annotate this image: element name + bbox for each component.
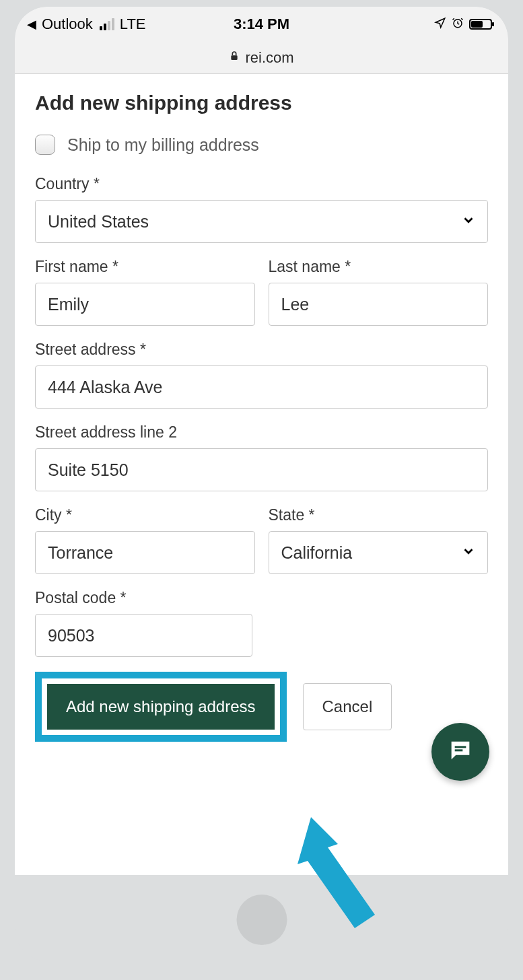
clock: 3:14 PM bbox=[234, 15, 289, 33]
status-bar-right bbox=[434, 17, 492, 32]
location-icon bbox=[434, 17, 446, 32]
url-domain: rei.com bbox=[245, 49, 293, 67]
state-label: State * bbox=[269, 506, 489, 524]
button-row: Add new shipping address Cancel bbox=[35, 672, 488, 742]
signal-icon bbox=[100, 18, 114, 30]
chat-icon bbox=[447, 737, 474, 767]
back-caret-icon[interactable]: ◀ bbox=[27, 17, 36, 32]
ship-to-billing-row[interactable]: Ship to my billing address bbox=[35, 135, 488, 155]
home-indicator[interactable] bbox=[236, 895, 287, 945]
svg-rect-1 bbox=[232, 55, 238, 60]
browser-url-bar[interactable]: rei.com bbox=[15, 42, 508, 74]
last-name-label: Last name * bbox=[269, 258, 489, 276]
street-address-field: Street address * bbox=[35, 341, 488, 409]
country-field: Country * bbox=[35, 175, 488, 243]
lock-icon bbox=[229, 50, 240, 65]
battery-icon bbox=[469, 19, 492, 30]
cancel-button[interactable]: Cancel bbox=[303, 683, 392, 730]
street-address-input[interactable] bbox=[35, 365, 488, 409]
city-input[interactable] bbox=[35, 531, 255, 574]
highlight-annotation: Add new shipping address bbox=[35, 672, 287, 742]
city-field: City * bbox=[35, 506, 255, 574]
add-shipping-address-button[interactable]: Add new shipping address bbox=[47, 684, 275, 730]
first-name-input[interactable] bbox=[35, 283, 255, 326]
street-address-2-field: Street address line 2 bbox=[35, 423, 488, 491]
first-name-label: First name * bbox=[35, 258, 255, 276]
ship-to-billing-checkbox[interactable] bbox=[35, 135, 55, 155]
postal-code-label: Postal code * bbox=[35, 589, 252, 607]
country-select[interactable] bbox=[35, 200, 488, 243]
device-frame: ◀ Outlook LTE 3:14 PM rei.com Add new sh… bbox=[15, 7, 508, 961]
ship-to-billing-label: Ship to my billing address bbox=[67, 135, 259, 155]
country-label: Country * bbox=[35, 175, 488, 193]
last-name-field: Last name * bbox=[269, 258, 489, 326]
alarm-icon bbox=[452, 17, 464, 32]
status-bar: ◀ Outlook LTE 3:14 PM bbox=[15, 7, 508, 42]
street-address-2-input[interactable] bbox=[35, 448, 488, 491]
postal-code-field: Postal code * bbox=[35, 589, 252, 657]
first-name-field: First name * bbox=[35, 258, 255, 326]
status-bar-left: ◀ Outlook LTE bbox=[27, 15, 146, 33]
chat-button[interactable] bbox=[431, 723, 489, 781]
postal-code-input[interactable] bbox=[35, 614, 252, 657]
city-label: City * bbox=[35, 506, 255, 524]
state-field: State * bbox=[269, 506, 489, 574]
page-title: Add new shipping address bbox=[35, 92, 488, 114]
page-content: Add new shipping address Ship to my bill… bbox=[15, 74, 508, 875]
back-app-label[interactable]: Outlook bbox=[42, 15, 93, 33]
svg-rect-2 bbox=[455, 746, 466, 748]
street-address-2-label: Street address line 2 bbox=[35, 423, 488, 442]
svg-rect-3 bbox=[455, 749, 463, 751]
street-address-label: Street address * bbox=[35, 341, 488, 359]
state-select[interactable] bbox=[269, 531, 489, 574]
network-label: LTE bbox=[120, 15, 146, 33]
last-name-input[interactable] bbox=[269, 283, 489, 326]
